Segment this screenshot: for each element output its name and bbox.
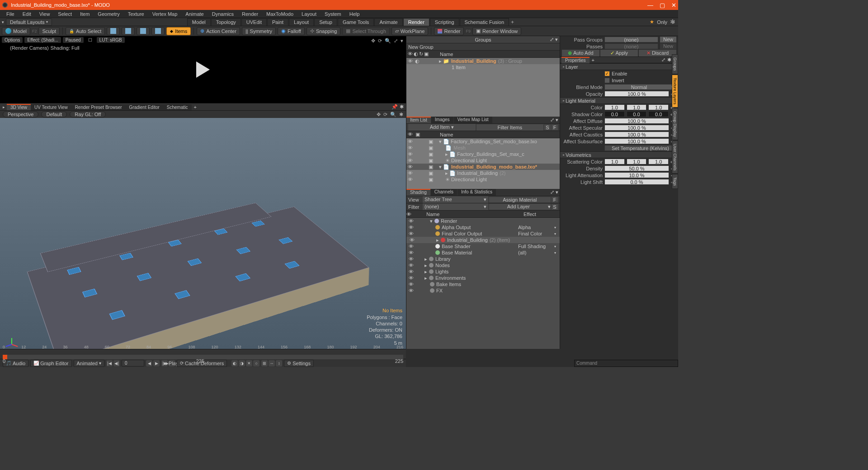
- menu-system[interactable]: System: [321, 10, 345, 18]
- itemlist-tab-images[interactable]: Images: [431, 117, 453, 123]
- side-tab-groups[interactable]: Groups: [672, 54, 678, 74]
- view-tab-uv-texture-view[interactable]: UV Texture View: [31, 104, 71, 110]
- default-layouts-dropdown[interactable]: Default Layouts ▾: [6, 19, 52, 26]
- filter-items-input[interactable]: Filter Items: [476, 124, 544, 131]
- affect-subsurface-field[interactable]: 100.0 %: [604, 138, 669, 144]
- refresh-icon[interactable]: ⟳: [383, 112, 387, 118]
- collapse-icon[interactable]: ▸: [1, 105, 6, 109]
- shader-row[interactable]: 👁 Base Material(all)▾: [406, 249, 560, 256]
- item-row[interactable]: 👁▣ ☀ Directional Light: [406, 176, 560, 183]
- render-preview[interactable]: Options Effect: (Shadi... Paused ☐ LUT: …: [0, 36, 406, 103]
- menu-help[interactable]: Help: [346, 10, 363, 18]
- pass-groups-dropdown[interactable]: (none): [604, 37, 658, 42]
- raygl-dropdown[interactable]: Ray GL: Off: [70, 111, 106, 118]
- density-field[interactable]: 50.0 %: [604, 165, 669, 171]
- expand-icon[interactable]: ⤢: [550, 189, 554, 195]
- shader-row[interactable]: 👁 Base ShaderFull Shading▾: [406, 243, 560, 249]
- light-material-section[interactable]: Light Material: [560, 97, 678, 104]
- collapse-icon[interactable]: ▾: [2, 20, 4, 24]
- refresh-icon[interactable]: ⟳: [378, 38, 382, 44]
- apply-button[interactable]: ✓ Apply: [600, 50, 638, 56]
- item-row[interactable]: 👁▣▸ 📄 Industrial_Building (2): [406, 170, 560, 176]
- model-mode-button[interactable]: Model: [2, 27, 30, 35]
- add-tab-button[interactable]: +: [590, 57, 596, 63]
- render-effect-btn[interactable]: Effect: (Shadi...: [24, 37, 61, 43]
- layout-tab-render[interactable]: Render: [403, 18, 429, 26]
- shader-row[interactable]: 👁 Bake Items: [406, 281, 560, 287]
- s-button[interactable]: S: [552, 204, 558, 210]
- layout-tab-setup[interactable]: Setup: [314, 18, 337, 26]
- new-group-button[interactable]: New Group: [406, 43, 560, 51]
- auto-select-button[interactable]: 🔒Auto Select: [66, 27, 105, 35]
- menu-file[interactable]: File: [3, 10, 18, 18]
- volumetrics-section[interactable]: Volumetrics: [560, 151, 678, 158]
- invert-checkbox[interactable]: [604, 78, 610, 83]
- scatter-g[interactable]: 1.0: [627, 159, 647, 164]
- add-item-dropdown[interactable]: Add Item ▾: [408, 124, 476, 131]
- render-camera-btn[interactable]: (Render Camera): [10, 45, 49, 51]
- f-button[interactable]: F: [552, 125, 558, 130]
- color-b[interactable]: 1.0: [648, 104, 669, 110]
- view-tab-render-preset-browser[interactable]: Render Preset Browser: [71, 104, 126, 110]
- scatter-r[interactable]: 1.0: [604, 159, 625, 164]
- menu-layout[interactable]: Layout: [298, 10, 320, 18]
- menu-texture[interactable]: Texture: [124, 10, 148, 18]
- 3d-viewport[interactable]: No Items Polygons : Face Channels: 0 Def…: [0, 118, 406, 349]
- menu-item[interactable]: Item: [76, 10, 93, 18]
- move-icon[interactable]: ✥: [371, 38, 375, 44]
- expand-icon[interactable]: ⤢: [550, 37, 554, 42]
- sel-mode-1[interactable]: [107, 27, 120, 35]
- shading-tab-channels[interactable]: Channels: [431, 189, 457, 196]
- layer-section[interactable]: Layer: [560, 63, 678, 70]
- menu-select[interactable]: Select: [54, 10, 75, 18]
- shader-row[interactable]: 👁▸ Lights: [406, 268, 560, 275]
- add-layout-button[interactable]: ＋: [510, 19, 515, 25]
- menu-icon[interactable]: ▾: [401, 38, 403, 44]
- snapping-button[interactable]: ⊹Snapping: [307, 27, 341, 35]
- shader-row[interactable]: 👁▸ Industrial_Building (2) (Item): [406, 237, 560, 243]
- close-button[interactable]: ✕: [671, 2, 676, 8]
- render-options-btn[interactable]: Options: [2, 37, 23, 43]
- render-shading-btn[interactable]: Shading: Full: [51, 45, 80, 51]
- shader-row[interactable]: 👁▸ Nodes: [406, 262, 560, 268]
- gear-icon[interactable]: [670, 19, 676, 25]
- opacity-field[interactable]: 100.0 %: [604, 91, 669, 97]
- enable-checkbox[interactable]: [604, 71, 610, 76]
- shadow-b[interactable]: 0.0: [648, 111, 669, 117]
- item-row[interactable]: 👁▣▸ 📄 Factory_Buildings_Set_max_c: [406, 151, 560, 157]
- render-button[interactable]: Render: [434, 27, 464, 35]
- shadow-g[interactable]: 0.0: [627, 111, 647, 117]
- discard-button[interactable]: ✕ Discard: [639, 50, 676, 56]
- item-row[interactable]: 👁▣▾ 📄 Industrial_Building_modo_base.lxo*: [406, 164, 560, 170]
- side-tab-texture-layers[interactable]: Texture Layers: [672, 75, 678, 108]
- search-icon[interactable]: 🔍: [385, 38, 391, 44]
- menu-render[interactable]: Render: [238, 10, 262, 18]
- side-tab-user-channels[interactable]: User Channels: [672, 141, 678, 174]
- expand-icon[interactable]: ⤢: [394, 38, 398, 44]
- view-tab-gradient-editor[interactable]: Gradient Editor: [126, 104, 163, 110]
- menu-vertex-map[interactable]: Vertex Map: [149, 10, 181, 18]
- axis-gizmo[interactable]: [5, 331, 18, 344]
- view-tab-schematic[interactable]: Schematic: [163, 104, 192, 110]
- color-r[interactable]: 1.0: [604, 104, 625, 110]
- move-icon[interactable]: ✥: [377, 112, 381, 118]
- perspective-dropdown[interactable]: Perspective: [3, 111, 38, 118]
- gear-icon[interactable]: ✱: [667, 57, 671, 63]
- expand-icon[interactable]: ⤢: [661, 57, 665, 63]
- layout-tab-model[interactable]: Model: [187, 18, 211, 26]
- passes-dropdown[interactable]: (none): [604, 43, 658, 49]
- affect-caustics-field[interactable]: 100.0 %: [604, 132, 669, 137]
- falloff-button[interactable]: ◉Falloff: [278, 27, 305, 35]
- f-button[interactable]: F: [552, 197, 558, 202]
- render-paused-btn[interactable]: Paused: [63, 37, 84, 43]
- pin-icon[interactable]: 📌: [392, 104, 398, 110]
- item-row[interactable]: 👁▣ 📄 Mesh: [406, 145, 560, 151]
- color-g[interactable]: 1.0: [627, 104, 647, 110]
- shadow-r[interactable]: 0.0: [604, 111, 625, 117]
- shader-row[interactable]: 👁▸ Environments: [406, 275, 560, 281]
- light-atten-field[interactable]: 10.0 %: [604, 172, 669, 178]
- view-tab-3d-view[interactable]: 3D View: [7, 104, 31, 110]
- s-button[interactable]: S: [544, 125, 551, 130]
- layout-tab-topology[interactable]: Topology: [211, 18, 241, 26]
- group-row[interactable]: 👁◐ ▸ 📁 Industrial_Building (3) : Group: [406, 58, 560, 64]
